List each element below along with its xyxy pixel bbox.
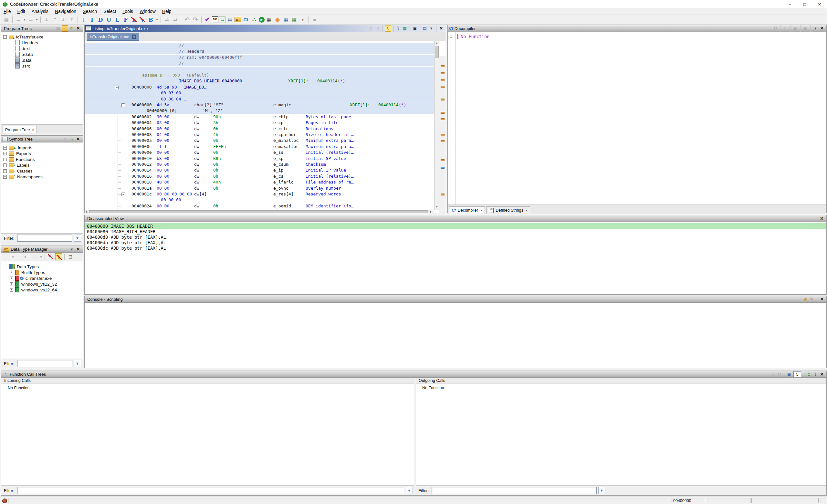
listing-row[interactable]: XREF[1]:00400114(*)IMAGE_DOS_HEADER_0040… (85, 78, 434, 84)
analysis-mark[interactable] (441, 159, 444, 161)
outgoing-calls-tree[interactable]: No Function (416, 384, 826, 486)
listing-row[interactable]: +0040001c00 00 00 00 00dw[4]e_res[4]Rese… (85, 191, 434, 197)
menu-select[interactable]: Select (100, 9, 119, 14)
memory-map-icon[interactable]: ▤ (226, 16, 234, 23)
listing-row[interactable]: 0040000a00 00dw0he_minallocMinimum extra… (85, 138, 434, 143)
close-icon[interactable]: ✕ (75, 246, 81, 252)
expander-icon[interactable]: + (10, 276, 13, 280)
filter-options-button[interactable]: ▼ (598, 487, 605, 494)
tab-close-icon[interactable]: × (32, 128, 34, 132)
run-script-icon[interactable]: ▶ (259, 17, 264, 22)
listing-row[interactable]: 0040001600 00dw0he_csInitial (relative)… (85, 173, 434, 179)
status-icon[interactable] (2, 499, 7, 503)
analysis-mark[interactable] (441, 72, 444, 74)
close-icon[interactable]: ✕ (819, 371, 825, 377)
incoming-filter-input[interactable] (17, 487, 404, 494)
hide-pointers-icon[interactable]: ↖ (47, 253, 55, 261)
save-icon[interactable]: ▦ (3, 16, 10, 23)
scroll-left-icon[interactable]: ◀ (85, 210, 87, 213)
decompiler-content[interactable]: 1 No Function (448, 32, 826, 204)
tree-item-windows-vs12-32[interactable]: +windows_vs12_32 (1, 281, 83, 287)
tree-item-headers[interactable]: Headers (1, 40, 83, 46)
tree-item--text[interactable]: .text (1, 46, 83, 51)
disassembled-row[interactable]: 00400000IMAGE_DOS_HEADER (85, 223, 826, 229)
tree-item--rdata[interactable]: .rdata (1, 51, 83, 57)
export-icon[interactable]: ▣ (792, 25, 798, 31)
datatype-manager-icon[interactable]: DT (235, 17, 241, 22)
listing-row[interactable]: 0040000804 00dw4he_cparhdrSize of header… (85, 132, 434, 138)
close-button[interactable]: ✕ (812, 0, 827, 8)
menu-window[interactable]: Window (136, 9, 159, 14)
analysis-mark[interactable] (441, 194, 444, 196)
dtm-filter-input[interactable] (17, 360, 72, 367)
analysis-mark[interactable] (441, 79, 444, 81)
expander-icon[interactable]: + (3, 158, 7, 161)
listing-vertical-scrollbar[interactable]: ▲ ▼ (434, 41, 439, 210)
expander-icon[interactable]: + (3, 175, 7, 179)
undefine-u-icon[interactable]: U (105, 16, 113, 23)
symbol-diamond-icon[interactable]: ◆ (274, 16, 281, 23)
listing-row[interactable]: −004000004d 5achar[2]"MZ"e_magicXREF[1]:… (85, 102, 434, 108)
home-icon[interactable]: ⌂ (770, 371, 776, 377)
cursor-arrow-icon[interactable]: ↖ (385, 25, 391, 32)
symbol-tree-header[interactable]: Symbol Tree ✎→✕ (1, 136, 83, 143)
copy-icon[interactable]: ▯ (782, 25, 788, 31)
paste-page-icon[interactable]: ↥ (51, 16, 59, 23)
clear-pencil-icon[interactable]: ✎ (809, 296, 815, 302)
close-icon[interactable]: ✕ (438, 25, 444, 31)
scrollbar-thumb[interactable] (89, 210, 428, 213)
search-memory-icon[interactable]: ● (311, 16, 319, 23)
refresh-icon[interactable]: ↻ (772, 25, 778, 31)
hide-arrays-icon[interactable]: ↥ (55, 253, 62, 260)
collapse-all-icon[interactable]: ⊟ (66, 253, 74, 261)
listing-row[interactable]: 0040000600 00dw0he_crlcRelocations (85, 126, 434, 132)
disassemble-i-icon[interactable]: I (88, 16, 96, 23)
goto-symbol-icon[interactable]: → (69, 136, 75, 142)
goto-icon[interactable]: ↓ (80, 16, 88, 23)
expander-icon[interactable]: + (3, 146, 7, 150)
analysis-mark[interactable] (441, 134, 444, 136)
funnel-icon[interactable]: ▼ (299, 16, 306, 23)
expander-icon[interactable]: + (10, 288, 13, 292)
tab-close-icon[interactable]: × (526, 208, 528, 212)
lock-icon[interactable]: ◉ (802, 296, 808, 302)
listing-row[interactable]: 0040000290 00dw90he_cblpBytes of last pa… (85, 114, 434, 120)
delete-function-f-icon[interactable]: F (130, 16, 138, 23)
expander-icon[interactable]: − (3, 35, 7, 39)
tree-item-classes[interactable]: +CClasses (1, 168, 83, 174)
disassembled-view-header[interactable]: Disassembled View ✕ (85, 215, 826, 222)
back-icon[interactable]: ← (3, 253, 11, 261)
listing-row[interactable] (85, 66, 434, 72)
analysis-mark[interactable] (441, 86, 444, 88)
program-trees-header[interactable]: Program Trees ▣↻✕ (1, 25, 83, 32)
recursion-depth-input[interactable]: 5 (793, 371, 801, 377)
listing-row[interactable]: 00 03 00 (85, 90, 434, 96)
tree-item-data-types[interactable]: Data Types (1, 264, 83, 269)
callgraph-icon[interactable]: ∴ (250, 16, 258, 23)
tree-item--data[interactable]: .data (1, 57, 83, 63)
datatype-push-icon[interactable]: ⇄ (171, 16, 179, 23)
edit-pencil-icon[interactable]: ✎ (62, 136, 68, 142)
listing-row[interactable]: 0040002400 00dw0he_oemidOEM identifier (… (85, 203, 434, 209)
tab-close-icon[interactable]: × (480, 208, 482, 212)
dropdown-icon[interactable]: ▾ (69, 246, 75, 252)
listing-horizontal-scrollbar[interactable]: ◀ ▶ (85, 210, 434, 213)
dropdown-icon[interactable]: ▾ (813, 25, 818, 31)
expander-icon[interactable]: + (3, 169, 7, 173)
back-dropdown-icon[interactable]: ▾ (23, 16, 26, 23)
datatype-pull-icon[interactable]: ⇄ (163, 16, 171, 23)
undo-icon[interactable]: ↶ (183, 16, 191, 23)
tree-item-namespaces[interactable]: +{}Namespaces (1, 174, 83, 180)
layout-dropdown-icon[interactable]: ▾ (39, 253, 43, 261)
decompile-icon[interactable]: Cf (242, 16, 250, 23)
tree-item-imports[interactable]: +▲Imports (1, 145, 83, 151)
expand-all-icon[interactable]: ⇕ (395, 25, 401, 31)
listing-row[interactable]: 0040001a00 00dw0he_ovnoOverlay number (85, 186, 434, 191)
forward-icon[interactable]: → (27, 16, 35, 23)
close-icon[interactable]: ✕ (75, 136, 81, 142)
add-label-l-icon[interactable]: L (113, 16, 121, 23)
diff-view-icon[interactable]: ▦ (402, 25, 408, 31)
tree-item--rsrc[interactable]: .rsrc (1, 63, 83, 69)
disassembled-row[interactable]: 00400080IMAGE_RICH_HEADER (85, 229, 826, 234)
tree-item-windows-vs12-64[interactable]: +windows_vs12_64 (1, 287, 83, 293)
